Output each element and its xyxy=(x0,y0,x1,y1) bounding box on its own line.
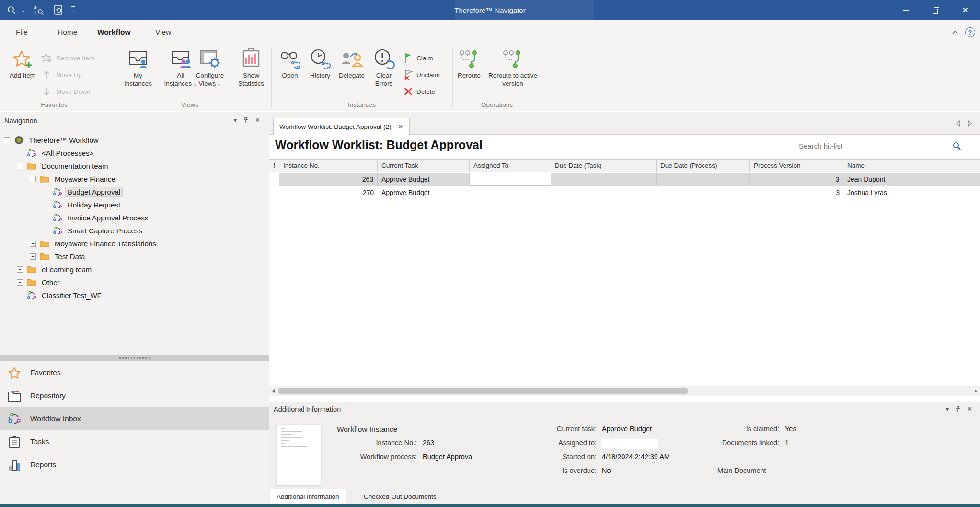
hitlist-row-263[interactable]: 263 Approve Budget 3 Jean Dupont xyxy=(269,173,980,186)
bottom-accent-bar xyxy=(0,504,980,507)
history-button[interactable]: History xyxy=(307,47,334,80)
collapse-icon[interactable]: − xyxy=(4,137,10,143)
tab-close-icon[interactable]: ✕ xyxy=(398,123,404,130)
tree-item-moyaware-finance-translations[interactable]: + Moyaware Finance Translations xyxy=(0,237,269,250)
panel-dropdown-icon[interactable]: ▾ xyxy=(946,406,949,413)
horizontal-scrollbar[interactable] xyxy=(269,386,980,396)
search-icon[interactable] xyxy=(949,141,964,150)
hitlist-row-270[interactable]: 270 Approve Budget 3 Joshua Lyras xyxy=(269,186,980,199)
column-header-process-version[interactable]: Process Version xyxy=(750,160,843,172)
show-statistics-button[interactable]: Show Statistics xyxy=(233,47,269,88)
clear-errors-button[interactable]: Clear Errors xyxy=(370,47,398,88)
group-label-views: Views xyxy=(108,101,271,108)
reroute-active-version-button[interactable]: Reroute to active version xyxy=(487,47,539,88)
expand-icon[interactable]: + xyxy=(17,279,23,286)
collapse-icon[interactable]: − xyxy=(30,176,36,182)
tree-item-smart-capture-process[interactable]: Smart Capture Process xyxy=(0,224,269,237)
close-button[interactable]: ✕ xyxy=(950,0,980,20)
folder-icon xyxy=(39,240,50,248)
document-thumbnail[interactable] xyxy=(277,425,321,485)
search-dropdown-icon[interactable]: ⌄ xyxy=(21,7,25,13)
menu-file[interactable]: File xyxy=(16,20,28,44)
tree-item-therefore-workflow[interactable]: − Therefore™ Workflow xyxy=(0,134,269,147)
pin-icon[interactable] xyxy=(243,117,249,124)
tree-item-budget-approval[interactable]: Budget Approval xyxy=(0,185,269,198)
scrollbar-thumb[interactable] xyxy=(278,388,688,394)
delete-button[interactable]: Delete xyxy=(404,84,435,99)
tab-additional-information[interactable]: Additional Information xyxy=(270,489,346,504)
restore-button[interactable] xyxy=(921,0,950,20)
my-instances-button[interactable]: My Instances xyxy=(120,47,156,88)
sidebar-item-favorites[interactable]: Favorites xyxy=(0,361,269,384)
navigation-panel-title: Navigation xyxy=(4,117,37,125)
workflow-icon xyxy=(7,412,22,426)
panel-close-icon[interactable]: ✕ xyxy=(967,405,972,413)
column-header-alert[interactable]: ! xyxy=(269,160,279,172)
folder-icon xyxy=(26,278,37,287)
remove-item-button[interactable]: Remove Item xyxy=(41,51,94,65)
claim-button[interactable]: Claim xyxy=(404,51,433,65)
minimize-button[interactable] xyxy=(891,0,921,20)
is-overdue-value: No xyxy=(602,467,611,474)
scroll-left-icon[interactable] xyxy=(270,388,276,394)
sidebar-item-repository[interactable]: Repository xyxy=(0,384,269,407)
cell-assigned-to[interactable] xyxy=(470,173,551,186)
search-input[interactable] xyxy=(795,142,949,150)
tree-item-other[interactable]: + Other xyxy=(0,276,269,289)
expand-icon[interactable]: + xyxy=(17,266,23,273)
panel-dropdown-icon[interactable]: ▾ xyxy=(234,117,237,124)
folder-icon xyxy=(26,162,37,170)
scroll-tabs-left-icon[interactable] xyxy=(956,120,960,127)
menu-workflow[interactable]: Workflow xyxy=(97,20,130,44)
tree-item-documentation-team[interactable]: − Documentation team xyxy=(0,160,269,173)
column-header-assigned-to[interactable]: Assigned To xyxy=(470,160,551,172)
tab-workflow-worklist[interactable]: Workflow Worklist: Budget Approval (2) ✕ xyxy=(273,118,410,135)
tree-item-holiday-request[interactable]: Holiday Request xyxy=(0,198,269,211)
reroute-button[interactable]: Reroute xyxy=(454,47,484,80)
tree-item-classifier-test-wf[interactable]: Classifier Test_WF xyxy=(0,289,269,302)
tree-item-elearning-team[interactable]: + eLearning team xyxy=(0,263,269,276)
collapse-icon[interactable]: − xyxy=(17,163,23,169)
open-button[interactable]: Open xyxy=(277,47,303,80)
refresh-document-icon[interactable] xyxy=(53,4,64,16)
tab-overflow-menu[interactable]: ... xyxy=(438,121,445,129)
tree-item-all-processes[interactable]: <All Processes> xyxy=(0,147,269,160)
delegate-button[interactable]: Delegate xyxy=(335,47,368,80)
scroll-right-icon[interactable] xyxy=(973,388,979,394)
sidebar-item-label: Repository xyxy=(30,392,66,400)
move-down-button[interactable]: Move Down xyxy=(41,84,90,99)
unclaim-button[interactable]: Unclaim xyxy=(404,68,440,82)
tab-checked-out-documents[interactable]: Checked-Out Documents xyxy=(357,489,443,504)
sidebar-item-workflow-inbox[interactable]: Workflow Inbox xyxy=(0,407,269,430)
ribbon: Add Item Remove Item Move Up Move Down F… xyxy=(0,44,980,111)
panel-splitter[interactable] xyxy=(0,355,269,361)
tree-item-moyaware-finance[interactable]: − Moyaware Finance xyxy=(0,173,269,185)
sort-az-icon[interactable]: a z xyxy=(33,4,45,16)
panel-close-icon[interactable]: ✕ xyxy=(255,116,260,124)
scroll-tabs-right-icon[interactable] xyxy=(968,120,972,127)
add-item-button[interactable]: Add Item xyxy=(7,47,38,80)
quick-access-customize-icon[interactable]: ⌄ xyxy=(70,6,75,14)
sidebar-item-reports[interactable]: Reports xyxy=(0,453,269,476)
help-icon[interactable]: ? xyxy=(965,27,975,37)
assigned-to-field[interactable] xyxy=(601,439,658,449)
column-header-current-task[interactable]: Current Task xyxy=(378,160,470,172)
expand-icon[interactable]: + xyxy=(30,254,36,260)
configure-views-button[interactable]: Configure Views⌄ xyxy=(191,47,229,88)
collapse-ribbon-icon[interactable] xyxy=(952,30,958,35)
column-header-due-date-process[interactable]: Due Date (Process) xyxy=(657,160,750,172)
pin-icon[interactable] xyxy=(955,406,961,413)
search-icon[interactable] xyxy=(7,5,16,15)
menu-view[interactable]: View xyxy=(155,20,171,44)
expand-icon[interactable]: + xyxy=(30,241,36,247)
documents-linked-value: 1 xyxy=(785,439,789,447)
move-up-button[interactable]: Move Up xyxy=(41,68,82,82)
column-header-name[interactable]: Name xyxy=(843,160,980,172)
sidebar-item-tasks[interactable]: Tasks xyxy=(0,430,269,453)
column-header-due-date-task[interactable]: Due Date (Task) xyxy=(551,160,657,172)
tree-item-invoice-approval-process[interactable]: Invoice Approval Process xyxy=(0,211,269,224)
menu-home[interactable]: Home xyxy=(58,20,77,44)
cell-current-task: Approve Budget xyxy=(378,173,470,186)
column-header-instance-no[interactable]: Instance No. xyxy=(279,160,378,172)
tree-item-test-data[interactable]: + Test Data xyxy=(0,250,269,263)
